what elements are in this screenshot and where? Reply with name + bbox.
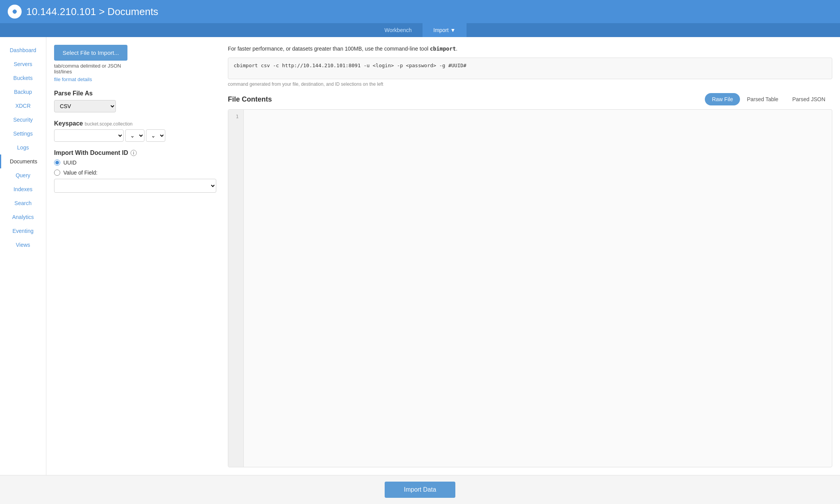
select-file-button[interactable]: Select File to Import... — [54, 45, 127, 61]
uuid-radio[interactable] — [54, 160, 60, 166]
tab-parsed-json[interactable]: Parsed JSON — [785, 93, 832, 105]
file-content-inner — [244, 110, 832, 467]
line-number-1: 1 — [233, 114, 239, 119]
sidebar-item-analytics[interactable]: Analytics — [0, 210, 46, 224]
chevron-down-icon: ▼ — [450, 27, 456, 33]
left-panel: Select File to Import... tab/comma delim… — [54, 45, 216, 467]
file-contents-title: File Contents — [228, 95, 272, 104]
line-numbers: 1 — [228, 110, 244, 467]
sidebar-item-servers[interactable]: Servers — [0, 57, 46, 71]
parse-as-select[interactable]: CSV TSV JSON list JSON lines — [54, 100, 116, 112]
header: 10.144.210.101 > Documents — [0, 0, 840, 23]
nav-import[interactable]: Import ▼ — [423, 23, 467, 37]
file-contents-header: File Contents Raw File Parsed Table Pars… — [228, 93, 832, 105]
field-select[interactable] — [54, 179, 216, 193]
view-tabs: Raw File Parsed Table Parsed JSON — [705, 93, 832, 105]
nav-workbench[interactable]: Workbench — [373, 23, 423, 37]
sidebar: Dashboard Servers Buckets Backup XDCR Se… — [0, 37, 46, 475]
sidebar-item-settings[interactable]: Settings — [0, 127, 46, 141]
import-data-button[interactable]: Import Data — [385, 482, 456, 498]
sidebar-item-search[interactable]: Search — [0, 196, 46, 210]
command-hint: command generated from your file, destin… — [228, 81, 832, 87]
keyspace-bucket-select[interactable] — [54, 129, 124, 142]
keyspace-dropdowns: ⌄ ⌄ — [54, 129, 216, 142]
file-format-link[interactable]: file format details — [54, 76, 92, 82]
import-id-label: Import With Document ID i — [54, 149, 216, 156]
sidebar-item-query[interactable]: Query — [0, 168, 46, 182]
file-content-area: 1 — [228, 109, 832, 467]
keyspace-scope-select[interactable]: ⌄ — [125, 129, 144, 142]
keyspace-label: Keyspace bucket.scope.collection — [54, 120, 216, 127]
field-radio-row[interactable]: Value of Field: — [54, 170, 216, 176]
keyspace-collection-select[interactable]: ⌄ — [146, 129, 165, 142]
sidebar-item-backup[interactable]: Backup — [0, 85, 46, 99]
tab-parsed-table[interactable]: Parsed Table — [740, 93, 785, 105]
sidebar-item-security[interactable]: Security — [0, 113, 46, 127]
footer: Import Data — [0, 475, 840, 504]
content-area: Select File to Import... tab/comma delim… — [46, 37, 840, 475]
app-logo — [8, 5, 22, 19]
sidebar-item-documents[interactable]: Documents — [0, 154, 46, 168]
sidebar-item-buckets[interactable]: Buckets — [0, 71, 46, 85]
sidebar-item-eventing[interactable]: Eventing — [0, 224, 46, 238]
info-icon[interactable]: i — [131, 150, 137, 156]
sidebar-item-indexes[interactable]: Indexes — [0, 182, 46, 196]
top-nav: Workbench Import ▼ — [0, 23, 840, 37]
page-title: 10.144.210.101 > Documents — [26, 6, 158, 18]
content-body: Select File to Import... tab/comma delim… — [46, 37, 840, 475]
sidebar-item-logs[interactable]: Logs — [0, 141, 46, 154]
sidebar-item-xdcr[interactable]: XDCR — [0, 99, 46, 113]
field-radio[interactable] — [54, 170, 60, 176]
sidebar-item-dashboard[interactable]: Dashboard — [0, 43, 46, 57]
command-box[interactable] — [228, 58, 832, 79]
sidebar-item-views[interactable]: Views — [0, 238, 46, 252]
file-hints: tab/comma delimited or JSON list/lines — [54, 63, 216, 75]
radio-group: UUID Value of Field: — [54, 160, 216, 176]
tab-raw-file[interactable]: Raw File — [705, 93, 740, 105]
right-panel: For faster performance, or datasets grea… — [228, 45, 832, 467]
uuid-radio-row[interactable]: UUID — [54, 160, 216, 166]
perf-note: For faster performance, or datasets grea… — [228, 45, 832, 53]
logo-icon — [10, 7, 19, 16]
main-layout: Dashboard Servers Buckets Backup XDCR Se… — [0, 37, 840, 475]
cbimport-tool-name: cbimport — [430, 46, 456, 52]
parse-as-label: Parse File As — [54, 90, 216, 97]
